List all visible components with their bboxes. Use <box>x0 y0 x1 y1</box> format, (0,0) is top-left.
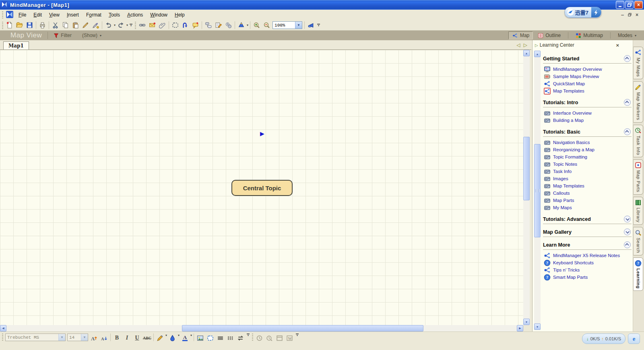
menu-file[interactable]: File <box>15 10 30 19</box>
pen-icon[interactable] <box>155 334 165 342</box>
menu-tools[interactable]: Tools <box>105 10 124 19</box>
toolbar-overflow-icon[interactable]: ▾ <box>130 24 132 27</box>
cut-icon[interactable] <box>50 21 60 30</box>
horizontal-scroll-thumb[interactable] <box>182 325 423 331</box>
panel-close-icon[interactable]: × <box>616 42 619 48</box>
toolbar-grip[interactable] <box>2 22 3 29</box>
email-icon[interactable] <box>147 21 157 30</box>
image-icon[interactable] <box>195 334 205 342</box>
stamp-icon[interactable] <box>91 21 101 30</box>
central-topic-node[interactable]: Central Topic <box>231 180 293 196</box>
relstyle-icon[interactable] <box>235 334 246 342</box>
zoomout-icon[interactable] <box>262 21 272 30</box>
link-reorganizing-a-map[interactable]: Reorganizing a Map <box>543 146 632 153</box>
save-icon[interactable] <box>25 21 35 30</box>
multimap-view-button[interactable]: Multimap <box>572 32 606 39</box>
zoomin-icon[interactable] <box>252 21 262 30</box>
map-view-button[interactable]: Map <box>508 31 533 39</box>
link-interface-overview[interactable]: Interface Overview <box>543 109 632 117</box>
bold-button[interactable]: B <box>112 334 122 342</box>
menu-actions[interactable]: Actions <box>124 10 147 19</box>
font-color-button[interactable]: A <box>180 334 190 342</box>
map-canvas[interactable]: ▶ Central Topic <box>0 50 523 325</box>
close-button[interactable]: × <box>634 1 643 9</box>
italic-button[interactable]: I <box>122 334 132 342</box>
paste-icon[interactable] <box>70 21 80 30</box>
link-keyboard-shortcuts[interactable]: ?Keyboard Shortcuts <box>543 259 632 266</box>
filter-button[interactable]: Filter <box>54 33 72 38</box>
link-sample-maps-preview[interactable]: Sample Maps Preview <box>543 73 632 80</box>
toolbar-grip[interactable] <box>252 334 253 341</box>
side-tab-map-markers[interactable]: Map Markers <box>633 81 643 123</box>
formatcone-icon[interactable] <box>236 21 246 30</box>
link-task-info[interactable]: Task Info <box>543 168 632 175</box>
download-speed-widget[interactable]: ↓ 0K/S ↑ 0.01K/S e <box>582 334 640 344</box>
boundary2-icon[interactable] <box>205 334 215 342</box>
chevron-down-icon[interactable]: ▾ <box>190 334 192 337</box>
zoom-level-select[interactable]: 100%▼ <box>272 21 302 29</box>
font-family-select[interactable]: Trebuchet MS▼ <box>5 334 66 341</box>
side-tab-my-maps[interactable]: My Maps <box>633 47 643 79</box>
link-building-a-map[interactable]: Building a Map <box>543 117 632 124</box>
chevron-down-icon[interactable]: ▼ <box>295 22 302 29</box>
mdi-restore-button[interactable] <box>627 12 632 17</box>
relationship-icon[interactable] <box>180 21 190 30</box>
show-dropdown[interactable]: (Show)▾ <box>82 33 102 38</box>
outline-view-button[interactable]: Outline <box>535 32 564 39</box>
vertical-scroll-thumb[interactable] <box>523 137 530 200</box>
link-quickstart-map[interactable]: QuickStart Map <box>543 80 632 87</box>
minimize-button[interactable] <box>616 1 624 9</box>
mdi-minimize-button[interactable]: ‒ <box>621 13 624 17</box>
toolbar-overflow-icon[interactable]: ▾ <box>317 24 320 27</box>
open-icon[interactable] <box>14 21 25 30</box>
lines-icon[interactable] <box>215 334 225 342</box>
taskinfo-icon[interactable] <box>223 21 233 30</box>
notes-icon[interactable] <box>213 21 223 30</box>
undo-icon[interactable] <box>103 21 114 30</box>
side-tab-learning[interactable]: ?Learning <box>633 257 643 291</box>
toolbar-overflow-icon[interactable]: ▾ <box>247 334 250 337</box>
menu-insert[interactable]: Insert <box>63 10 83 19</box>
painter-icon[interactable] <box>80 21 91 30</box>
collapse-section-icon[interactable] <box>624 99 631 106</box>
tab-map1[interactable]: Map1 <box>3 41 29 49</box>
chevron-down-icon[interactable]: ▾ <box>114 23 116 27</box>
chevron-down-icon[interactable]: ▾ <box>247 23 248 27</box>
subtopic-icon[interactable] <box>203 21 213 30</box>
link-mindmanager-x5-release-notes[interactable]: MindManager X5 Release Notes <box>543 252 632 259</box>
panel-scrollbar[interactable]: ▲ ▼ <box>534 51 541 330</box>
canvas-horizontal-scrollbar[interactable]: ◀ ▶ <box>0 325 523 331</box>
panel-scroll-thumb[interactable] <box>534 144 541 237</box>
chevron-down-icon[interactable]: ▼ <box>81 334 88 341</box>
expand-section-icon[interactable] <box>624 229 631 235</box>
link-topic-notes[interactable]: Topic Notes <box>543 161 632 168</box>
tab-scroll-left-icon[interactable]: ◁ <box>517 42 520 48</box>
tab-scroll-right-icon[interactable]: ▷ <box>524 42 527 48</box>
clockb-icon[interactable] <box>264 334 275 342</box>
panel-collapse-icon[interactable]: ▷ <box>535 43 538 47</box>
collapse-section-icon[interactable] <box>624 241 631 248</box>
font-size-select[interactable]: 14▼ <box>67 334 88 341</box>
link-callouts[interactable]: Callouts <box>543 189 632 197</box>
link-tips-n-tricks[interactable]: Tips n' Tricks <box>543 266 632 274</box>
link-images[interactable]: Images <box>543 175 632 182</box>
boundary-icon[interactable] <box>170 21 180 30</box>
fill-icon[interactable] <box>167 334 178 342</box>
link-map-parts[interactable]: Map Parts <box>543 197 632 204</box>
side-tab-task-info[interactable]: Task Info <box>633 125 643 158</box>
browser-icon[interactable]: e <box>628 334 640 344</box>
print-icon[interactable] <box>37 21 47 30</box>
toolbar-grip[interactable] <box>2 11 3 19</box>
menu-format[interactable]: Format <box>83 10 105 19</box>
modes-dropdown[interactable]: Modes▾ <box>615 32 640 39</box>
shrinkfont-icon[interactable]: A <box>99 334 109 342</box>
collapse-section-icon[interactable] <box>624 128 631 135</box>
toolbar-grip[interactable] <box>2 334 3 341</box>
expand-section-icon[interactable] <box>624 216 631 222</box>
side-tab-library[interactable]: Library <box>633 197 643 225</box>
link-mindmanager-overview[interactable]: MindManager Overview <box>543 66 632 73</box>
menu-help[interactable]: Help <box>171 10 188 19</box>
menu-edit[interactable]: Edit <box>30 10 45 19</box>
redo-icon[interactable] <box>116 21 126 30</box>
mdi-close-button[interactable]: × <box>636 13 638 17</box>
